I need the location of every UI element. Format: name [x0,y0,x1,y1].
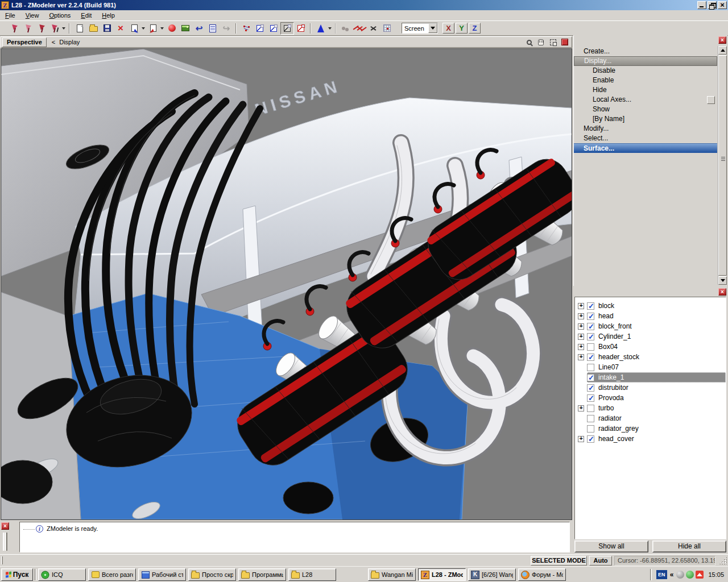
object-row[interactable]: radiator_grey [575,423,726,434]
command-menu-item[interactable]: [By Name] [574,114,717,124]
close-panel-icon[interactable]: × [718,36,726,44]
command-menu-item[interactable]: Select... [574,134,717,143]
viewport-tool-button[interactable] [560,38,570,47]
axis-toggle-button[interactable]: Y [456,23,468,34]
toolbar-button[interactable] [48,22,67,35]
viewport-tool-button[interactable] [524,38,534,47]
object-row[interactable]: intake_1 [575,372,726,383]
toolbar-button[interactable] [86,22,100,35]
visibility-checkbox[interactable] [587,374,594,381]
taskbar-window-button[interactable]: Всего разго... [88,568,136,581]
command-menu-item[interactable]: Create... [574,47,717,56]
visibility-checkbox[interactable] [587,394,594,402]
command-menu-item[interactable]: Show [574,105,717,114]
expand-icon[interactable] [578,313,584,319]
toolbar-button[interactable] [146,22,165,35]
toolbar-button[interactable] [267,22,280,35]
taskbar-window-button[interactable]: Форум - Mozi... [518,568,566,581]
object-row[interactable]: distrubitor [575,383,726,393]
scrollbar-thumb[interactable] [718,55,727,276]
resize-grip[interactable] [719,557,727,564]
scroll-up-icon[interactable] [718,46,727,55]
log-panel-grip[interactable] [3,533,7,551]
toolbar-button[interactable] [7,22,20,35]
axes-mode-combobox[interactable]: Screen [402,23,438,34]
expand-icon[interactable] [578,323,584,330]
expand-icon[interactable] [578,334,584,340]
object-row[interactable]: Cylinder_1 [575,331,726,342]
toolbar-button[interactable] [20,22,34,35]
chevron-down-icon[interactable] [428,23,437,33]
taskbar-window-button[interactable]: Wangan Mid... [368,568,416,581]
axis-toggle-button[interactable]: X [442,23,454,34]
taskbar-window-button[interactable]: Просто скри... [188,568,236,581]
visibility-checkbox[interactable] [587,364,594,371]
visibility-checkbox[interactable] [587,415,594,422]
toolbar-button[interactable] [206,22,220,35]
menu-item[interactable]: Edit [76,11,97,20]
taskbar-window-button[interactable]: [6/26] Wang... [468,568,516,581]
visibility-checkbox[interactable] [587,354,594,361]
visibility-checkbox[interactable] [587,302,594,310]
minimize-button[interactable] [697,1,706,9]
toolbar-button[interactable]: ↩ [192,22,206,35]
expand-icon[interactable] [578,303,584,309]
object-row[interactable]: Line07 [575,362,726,372]
show-all-button[interactable]: Show all [574,541,648,552]
visibility-checkbox[interactable] [587,384,594,392]
toolbar-button[interactable] [353,22,366,35]
toolbar-button[interactable]: ↪ [220,22,233,35]
taskbar-window-button[interactable]: Программы ... [238,568,286,581]
scroll-down-icon[interactable] [718,276,727,285]
close-panel-icon[interactable]: × [718,288,726,296]
visibility-checkbox[interactable] [587,343,594,351]
menu-item[interactable]: View [20,11,44,20]
toolbar-button[interactable] [100,22,114,35]
viewport-tool-button[interactable] [548,38,558,47]
object-row[interactable]: Provoda [575,393,726,403]
visibility-checkbox[interactable] [587,333,594,340]
visibility-checkbox[interactable] [587,435,594,443]
object-row[interactable]: Box04 [575,342,726,352]
command-menu-item[interactable]: Local Axes... [574,95,717,105]
command-panel-scrollbar[interactable] [718,46,727,285]
expand-icon[interactable] [578,344,584,350]
toolbar-button[interactable] [239,22,253,35]
breadcrumb-back-arrow[interactable]: < [52,39,55,45]
restore-button[interactable] [708,1,717,9]
tray-chevron-icon[interactable]: « [670,571,674,579]
object-row[interactable]: head [575,311,726,321]
close-button[interactable] [718,1,727,9]
taskbar-window-button[interactable]: L28 - ZMod... [418,568,466,581]
toolbar-button[interactable] [73,22,86,35]
object-row[interactable]: radiator [575,413,726,423]
visibility-checkbox[interactable] [587,425,594,433]
toolbar-button[interactable] [380,22,394,35]
toolbar-button[interactable]: × [114,22,127,35]
command-menu-item[interactable]: Enable [574,76,717,85]
tray-icon[interactable] [686,571,694,579]
command-menu-item[interactable]: Disable [574,66,717,76]
taskbar-window-button[interactable]: L28 [288,568,336,581]
visibility-checkbox[interactable] [587,313,594,320]
object-row[interactable]: block_front [575,321,726,331]
object-row[interactable]: header_stock [575,352,726,362]
taskbar-window-button[interactable]: ICQ [38,568,86,581]
object-row[interactable]: block [575,301,726,311]
taskbar-window-button[interactable]: Рабочий стол [138,568,186,581]
toolbar-button[interactable] [339,22,353,35]
expand-icon[interactable] [578,436,584,442]
toolbar-button[interactable] [280,22,294,35]
menu-item[interactable]: Help [97,11,120,20]
perspective-view-button[interactable]: Perspective [2,38,47,47]
object-row[interactable]: head_cover [575,434,726,444]
axis-toggle-button[interactable]: Z [469,23,481,34]
menu-item[interactable]: Options [44,11,76,20]
command-menu-item[interactable]: Modify... [574,124,717,134]
tray-icon[interactable] [696,571,704,579]
toolbar-button[interactable] [294,22,308,35]
toolbar-button[interactable] [165,22,179,35]
tray-icon[interactable] [676,571,684,579]
command-menu-item[interactable]: Hide [574,85,717,95]
expand-icon[interactable] [578,405,584,411]
